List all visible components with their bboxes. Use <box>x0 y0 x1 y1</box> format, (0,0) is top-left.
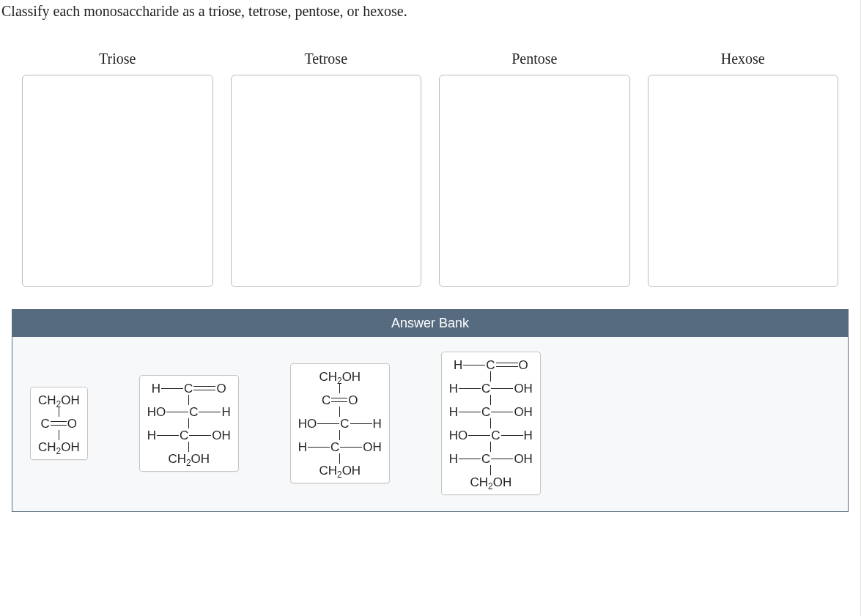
category-label: Triose <box>22 51 213 67</box>
answer-bank-header: Answer Bank <box>12 310 848 337</box>
answer-bank: Answer Bank CH2OH CO CH2OH HCO HOCH <box>12 309 849 512</box>
structure-hexose: HCO HCOH HCOH HOCH HCOH CH2OH <box>449 358 533 489</box>
structure-triose: CH2OH CO CH2OH <box>38 393 80 453</box>
category-label: Hexose <box>648 51 839 67</box>
category-label: Pentose <box>439 51 630 67</box>
tile-pentose[interactable]: CH2OH CO HOCH HCOH CH2OH <box>290 363 390 483</box>
question-prompt: Classify each monosaccharide as a triose… <box>0 0 860 20</box>
tile-triose[interactable]: CH2OH CO CH2OH <box>30 387 88 460</box>
structure-pentose: CH2OH CO HOCH HCOH CH2OH <box>298 370 382 477</box>
category-pentose: Pentose <box>439 51 630 287</box>
exercise-page: Classify each monosaccharide as a triose… <box>0 0 861 616</box>
structure-tetrose: HCO HOCH HCOH CH2OH <box>147 382 231 465</box>
category-label: Tetrose <box>231 51 422 67</box>
category-row: Triose Tetrose Pentose Hexose <box>0 20 860 287</box>
answer-bank-body: CH2OH CO CH2OH HCO HOCH HCOH CH2OH <box>12 337 848 511</box>
category-tetrose: Tetrose <box>231 51 422 287</box>
dropzone-pentose[interactable] <box>439 75 630 287</box>
dropzone-hexose[interactable] <box>648 75 839 287</box>
tile-tetrose[interactable]: HCO HOCH HCOH CH2OH <box>139 375 239 472</box>
tile-hexose[interactable]: HCO HCOH HCOH HOCH HCOH CH2OH <box>441 352 541 495</box>
category-hexose: Hexose <box>648 51 839 287</box>
category-triose: Triose <box>22 51 213 287</box>
dropzone-tetrose[interactable] <box>231 75 422 287</box>
dropzone-triose[interactable] <box>22 75 213 287</box>
